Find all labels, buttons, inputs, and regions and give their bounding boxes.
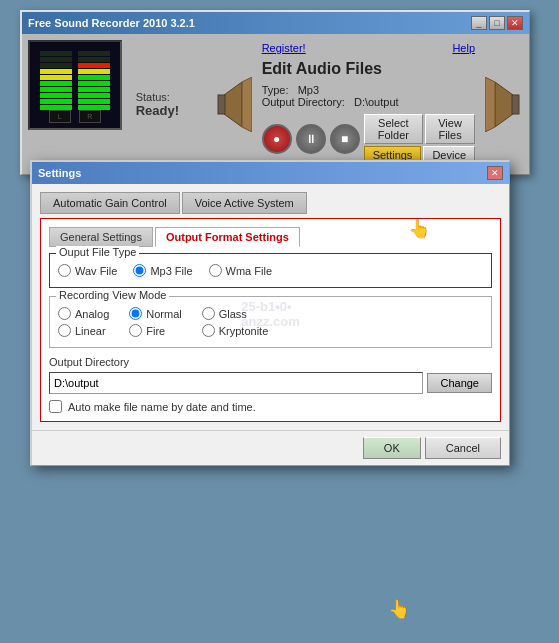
analog-radio[interactable] xyxy=(58,307,71,320)
action-buttons: Select Folder View Files Settings Device xyxy=(364,114,475,164)
change-button[interactable]: Change xyxy=(427,373,492,393)
output-dir-label: Output Directory xyxy=(49,356,492,368)
edit-audio-area: Edit Audio Files xyxy=(258,56,479,82)
app-content: L R Status: Ready! Register! Help Edit xyxy=(22,34,529,174)
output-file-type-section: Ouput File Type Wav File Mp3 File Wma Fi… xyxy=(49,253,492,288)
normal-option[interactable]: Normal xyxy=(129,307,181,320)
output-row: Output Directory: D:\output xyxy=(262,96,475,108)
recording-view-mode-label: Recording View Mode xyxy=(56,289,169,301)
file-type-radio-group: Wav File Mp3 File Wma File xyxy=(58,260,483,281)
wav-file-option[interactable]: Wav File xyxy=(58,264,117,277)
view-files-button[interactable]: View Files xyxy=(425,114,475,144)
normal-radio[interactable] xyxy=(129,307,142,320)
normal-label: Normal xyxy=(146,308,181,320)
fire-radio[interactable] xyxy=(129,324,142,337)
mp3-file-label: Mp3 File xyxy=(150,265,192,277)
mp3-file-option[interactable]: Mp3 File xyxy=(133,264,192,277)
mode-col-1: Analog Linear xyxy=(58,307,109,337)
title-bar: Free Sound Recorder 2010 3.2.1 _ □ ✕ xyxy=(22,12,529,34)
linear-label: Linear xyxy=(75,325,106,337)
dialog-close-button[interactable]: ✕ xyxy=(487,166,503,180)
register-link[interactable]: Register! xyxy=(262,42,306,54)
output-label: Output Directory: xyxy=(262,96,345,108)
tab-auto-gain[interactable]: Automatic Gain Control xyxy=(40,192,180,214)
type-row: Type: Mp3 xyxy=(262,84,475,96)
analog-option[interactable]: Analog xyxy=(58,307,109,320)
main-window: Free Sound Recorder 2010 3.2.1 _ □ ✕ xyxy=(20,10,530,175)
svg-rect-1 xyxy=(218,95,225,114)
auto-make-checkbox[interactable] xyxy=(49,400,62,413)
svg-marker-5 xyxy=(485,77,495,132)
ok-button[interactable]: OK xyxy=(363,437,421,459)
dialog-footer: OK Cancel xyxy=(32,430,509,465)
tab-voice-active[interactable]: Voice Active System xyxy=(182,192,307,214)
linear-option[interactable]: Linear xyxy=(58,324,109,337)
mode-col-3: Glass Kryptonite xyxy=(202,307,269,337)
ok-cursor-icon: 👆 xyxy=(388,598,410,620)
svg-rect-4 xyxy=(512,95,519,114)
mp3-file-radio[interactable] xyxy=(133,264,146,277)
inner-tab-output-format[interactable]: Output Format Settings xyxy=(155,227,300,247)
type-value: Mp3 xyxy=(298,84,319,96)
output-dir-input[interactable] xyxy=(49,372,423,394)
help-link[interactable]: Help xyxy=(452,42,475,54)
file-info: Type: Mp3 Output Directory: D:\output xyxy=(258,82,479,110)
vu-icon-left: L xyxy=(49,110,71,123)
status-area: Status: Ready! xyxy=(128,40,208,168)
recording-mode-options: Analog Linear Normal xyxy=(58,303,483,341)
wav-file-radio[interactable] xyxy=(58,264,71,277)
record-button[interactable]: ● xyxy=(262,124,292,154)
edit-audio-title: Edit Audio Files xyxy=(262,60,382,78)
svg-marker-0 xyxy=(224,82,242,127)
stop-button[interactable]: ■ xyxy=(330,124,360,154)
inner-tab-general[interactable]: General Settings xyxy=(49,227,153,247)
minimize-button[interactable]: _ xyxy=(471,16,487,30)
settings-dialog: Settings ✕ Automatic Gain Control Voice … xyxy=(30,160,510,466)
transport-controls: ● ⏸ ■ xyxy=(262,124,360,154)
recording-view-mode-section: Recording View Mode Analog Linear xyxy=(49,296,492,348)
auto-make-label: Auto make file name by date and time. xyxy=(68,401,256,413)
svg-marker-3 xyxy=(495,82,513,127)
linear-radio[interactable] xyxy=(58,324,71,337)
output-file-type-label: Ouput File Type xyxy=(56,246,139,258)
wma-file-radio[interactable] xyxy=(209,264,222,277)
glass-radio[interactable] xyxy=(202,307,215,320)
dialog-content: Automatic Gain Control Voice Active Syst… xyxy=(32,184,509,430)
tab-panel: General Settings Output Format Settings … xyxy=(40,218,501,422)
close-button[interactable]: ✕ xyxy=(507,16,523,30)
dialog-title: Settings xyxy=(38,167,81,179)
status-label: Status: xyxy=(136,91,200,103)
maximize-button[interactable]: □ xyxy=(489,16,505,30)
fire-label: Fire xyxy=(146,325,165,337)
top-tab-row: Automatic Gain Control Voice Active Syst… xyxy=(40,192,501,214)
output-value: D:\output xyxy=(354,96,399,108)
cancel-button[interactable]: Cancel xyxy=(425,437,501,459)
glass-option[interactable]: Glass xyxy=(202,307,269,320)
inner-tab-row: General Settings Output Format Settings xyxy=(49,227,492,247)
kryptonite-radio[interactable] xyxy=(202,324,215,337)
right-horn-icon xyxy=(485,40,523,168)
mode-col-2: Normal Fire xyxy=(129,307,181,337)
vu-meter: L R xyxy=(28,40,122,130)
left-horn-icon xyxy=(214,40,252,168)
vu-bottom-icons: L R xyxy=(49,110,101,123)
vu-bars xyxy=(40,47,110,110)
kryptonite-label: Kryptonite xyxy=(219,325,269,337)
dir-row: Change xyxy=(49,372,492,394)
title-bar-controls: _ □ ✕ xyxy=(471,16,523,30)
auto-make-row: Auto make file name by date and time. xyxy=(49,400,492,413)
vu-icon-right: R xyxy=(79,110,101,123)
glass-label: Glass xyxy=(219,308,247,320)
wma-file-option[interactable]: Wma File xyxy=(209,264,272,277)
select-folder-button[interactable]: Select Folder xyxy=(364,114,423,144)
analog-label: Analog xyxy=(75,308,109,320)
vu-right-channel xyxy=(78,51,110,110)
status-value: Ready! xyxy=(136,103,200,118)
kryptonite-option[interactable]: Kryptonite xyxy=(202,324,269,337)
pause-button[interactable]: ⏸ xyxy=(296,124,326,154)
app-title: Free Sound Recorder 2010 3.2.1 xyxy=(28,17,195,29)
dialog-title-bar: Settings ✕ xyxy=(32,162,509,184)
output-directory-section: Output Directory Change xyxy=(49,356,492,394)
fire-option[interactable]: Fire xyxy=(129,324,181,337)
wma-file-label: Wma File xyxy=(226,265,272,277)
